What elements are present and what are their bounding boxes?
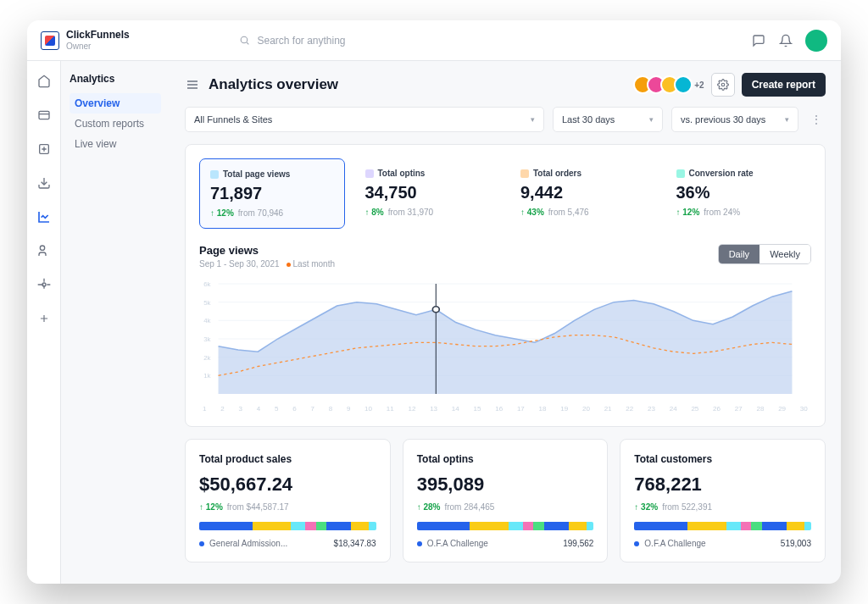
summary-card-1: Total optins 395,089 ↑ 28%from 284,465 O… xyxy=(403,439,609,562)
svg-text:3k: 3k xyxy=(203,335,211,342)
sidebar: Analytics Overview Custom reports Live v… xyxy=(61,61,170,584)
rail-users-icon[interactable] xyxy=(34,241,54,261)
kpi-1[interactable]: Total optins 34,750 ↑ 8%from 31,970 xyxy=(355,158,501,229)
sidebar-item-custom-reports[interactable]: Custom reports xyxy=(70,114,161,134)
svg-rect-1 xyxy=(39,111,49,119)
svg-point-5 xyxy=(721,83,725,86)
chat-icon[interactable] xyxy=(751,33,766,48)
svg-text:2k: 2k xyxy=(203,354,211,361)
svg-point-0 xyxy=(242,36,248,43)
chart-title: Page views xyxy=(199,244,335,257)
rail-download-icon[interactable] xyxy=(34,173,54,193)
menu-icon[interactable] xyxy=(185,77,200,92)
chart-area: 1k2k3k4k5k6k xyxy=(199,275,811,402)
sidebar-item-live-view[interactable]: Live view xyxy=(70,134,161,154)
overview-panel: Total page views 71,897 ↑ 12%from 70,946… xyxy=(185,144,826,427)
summary-card-2: Total customers 768,221 ↑ 32%from 522,39… xyxy=(620,439,826,562)
brand[interactable]: ClickFunnels Owner xyxy=(41,30,130,50)
user-avatar[interactable] xyxy=(805,30,827,52)
sidebar-item-overview[interactable]: Overview xyxy=(70,93,161,114)
filter-funnels[interactable]: All Funnels & Sites▾ xyxy=(185,107,544,132)
svg-text:5k: 5k xyxy=(203,299,211,306)
page-title: Analytics overview xyxy=(209,76,338,93)
search-icon xyxy=(239,35,250,46)
bell-icon[interactable] xyxy=(778,33,793,48)
filter-compare[interactable]: vs. previous 30 days▾ xyxy=(671,107,798,132)
more-icon[interactable]: ⋮ xyxy=(807,113,826,126)
search-input[interactable]: Search for anything xyxy=(239,35,544,47)
brand-name: ClickFunnels xyxy=(66,30,130,41)
summary-card-0: Total product sales $50,667.24 ↑ 12%from… xyxy=(185,439,391,562)
rail-add-icon[interactable] xyxy=(34,308,54,329)
rail-box-icon[interactable] xyxy=(34,139,54,159)
settings-button[interactable] xyxy=(711,73,735,97)
rail-home-icon[interactable] xyxy=(34,71,54,91)
sidebar-title: Analytics xyxy=(70,73,161,85)
brand-role: Owner xyxy=(66,42,130,51)
kpi-0[interactable]: Total page views 71,897 ↑ 12%from 70,946 xyxy=(199,158,345,229)
chart-subtitle: Sep 1 - Sep 30, 2021Last month xyxy=(199,259,335,269)
rail-analytics-icon[interactable] xyxy=(34,207,54,227)
collaborator-avatars[interactable]: +2 xyxy=(633,75,704,94)
kpi-2[interactable]: Total orders 9,442 ↑ 43%from 5,476 xyxy=(510,158,656,229)
rail-settings-icon[interactable] xyxy=(34,274,54,295)
svg-text:1k: 1k xyxy=(203,373,211,380)
nav-rail xyxy=(27,61,61,584)
svg-point-3 xyxy=(40,246,44,250)
svg-text:4k: 4k xyxy=(203,318,211,324)
logo-icon xyxy=(41,31,59,50)
svg-text:6k: 6k xyxy=(203,280,211,287)
create-report-button[interactable]: Create report xyxy=(742,73,826,97)
filter-range[interactable]: Last 30 days▾ xyxy=(553,107,663,132)
rail-card-icon[interactable] xyxy=(34,105,54,125)
toggle-daily[interactable]: Daily xyxy=(719,245,760,263)
svg-point-19 xyxy=(432,307,439,313)
toggle-weekly[interactable]: Weekly xyxy=(760,245,810,263)
kpi-3[interactable]: Conversion rate 36% ↑ 12%from 24% xyxy=(666,158,812,229)
chart-toggle: Daily Weekly xyxy=(718,244,811,264)
